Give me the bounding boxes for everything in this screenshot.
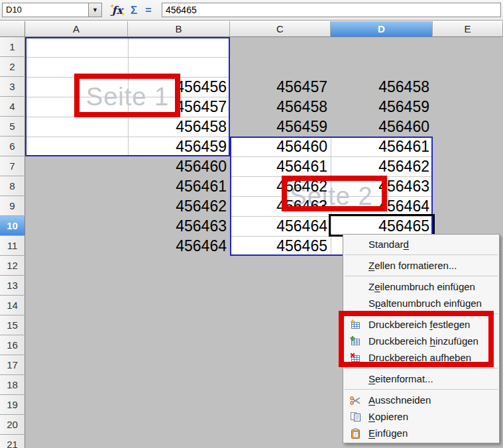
cell-C4[interactable]: 456458 [230, 97, 327, 117]
row-header-6[interactable]: 6 [0, 137, 25, 156]
cell-C7[interactable]: 456461 [230, 156, 327, 176]
menu-item-label: Zeilenumbruch einfügen [368, 281, 475, 292]
row-header-19[interactable]: 19 [0, 395, 25, 415]
row-header-9[interactable]: 9 [0, 196, 25, 216]
cell-C3[interactable]: 456457 [230, 77, 327, 97]
cell-D4[interactable]: 456459 [331, 97, 429, 117]
cell-B7[interactable]: 456460 [128, 156, 227, 176]
row-header-14[interactable]: 14 [0, 296, 25, 315]
annotation-red-box-seite-2 [282, 176, 387, 211]
cell-D6[interactable]: 456461 [331, 137, 429, 156]
row-header-5[interactable]: 5 [0, 117, 25, 137]
row-header-10[interactable]: 10 [0, 216, 25, 236]
column-header-B[interactable]: B [128, 21, 230, 37]
menu-item-label: Ausschneiden [368, 394, 431, 406]
cell-D3[interactable]: 456458 [331, 77, 429, 97]
row-headers: 123456789101112131415161718192021 [0, 37, 25, 448]
copy-icon [349, 411, 362, 423]
menu-item-label: Zellen formatieren... [368, 260, 457, 271]
menu-item-zellen-formatieren[interactable]: Zellen formatieren... [343, 257, 499, 274]
column-header-D[interactable]: D [331, 21, 433, 37]
selected-cell-border [329, 214, 435, 237]
menu-separator [345, 254, 498, 255]
menu-item-label: Standard [368, 239, 409, 250]
column-header-A[interactable]: A [25, 21, 128, 37]
row-header-4[interactable]: 4 [0, 97, 25, 117]
row-header-15[interactable]: 15 [0, 315, 25, 335]
menu-item-kopieren[interactable]: Kopieren [343, 408, 499, 425]
menu-separator [345, 389, 498, 390]
formula-input[interactable]: 456465 [162, 3, 501, 17]
menu-separator [345, 276, 498, 276]
sum-icon[interactable]: Σ [128, 3, 140, 17]
row-header-12[interactable]: 12 [0, 256, 25, 276]
cell-C11[interactable]: 456465 [230, 236, 327, 256]
menu-item-label: Spaltenumbruch einfügen [368, 298, 482, 309]
cell-B9[interactable]: 456462 [128, 196, 227, 216]
menu-item-spaltenumbruch-einfuegen[interactable]: Spaltenumbruch einfügen [343, 295, 499, 311]
calc-window: D10 ▼ ✦ ƒx ✦ Σ = 456465 ABCDE 1234567891… [0, 0, 503, 448]
cell-C6[interactable]: 456460 [230, 137, 327, 156]
column-header-C[interactable]: C [230, 21, 331, 37]
name-box-dropdown-button[interactable]: ▼ [88, 3, 102, 17]
row-header-16[interactable]: 16 [0, 335, 25, 355]
column-header-E[interactable]: E [433, 21, 503, 37]
cell-B11[interactable]: 456464 [128, 236, 227, 256]
menu-icon-placeholder [349, 373, 362, 385]
cell-D7[interactable]: 456462 [331, 156, 429, 176]
paste-icon [349, 427, 362, 439]
row-header-13[interactable]: 13 [0, 276, 25, 296]
name-box[interactable]: D10 [2, 3, 88, 17]
column-headers: ABCDE [25, 21, 503, 37]
row-header-2[interactable]: 2 [0, 57, 25, 77]
menu-item-standard[interactable]: Standard [343, 236, 499, 252]
equals-icon[interactable]: = [143, 3, 154, 17]
chevron-down-icon: ▼ [92, 7, 98, 13]
row-header-8[interactable]: 8 [0, 176, 25, 196]
menu-item-einfuegen[interactable]: Einfügen [343, 425, 499, 441]
row-header-21[interactable]: 21 [0, 435, 25, 448]
annotation-red-box-seite-1 [74, 74, 180, 117]
formula-bar: D10 ▼ ✦ ƒx ✦ Σ = 456465 [0, 0, 503, 21]
row-header-20[interactable]: 20 [0, 415, 25, 435]
menu-item-ausschneiden[interactable]: Ausschneiden [343, 392, 499, 408]
row-header-18[interactable]: 18 [0, 375, 25, 395]
cell-B10[interactable]: 456463 [128, 216, 227, 236]
cell-B6[interactable]: 456459 [128, 137, 227, 156]
menu-separator [345, 368, 498, 368]
row-header-7[interactable]: 7 [0, 156, 25, 176]
menu-item-zeilenumbruch-einfuegen[interactable]: Zeilenumbruch einfügen [343, 278, 499, 295]
annotation-red-box-print-range-items [339, 311, 494, 367]
cell-C10[interactable]: 456464 [230, 216, 327, 236]
function-wizard-icon[interactable]: ✦ ƒx ✦ [109, 3, 125, 17]
menu-item-seitenformat[interactable]: Seitenformat... [343, 370, 499, 387]
cell-C5[interactable]: 456459 [230, 117, 327, 137]
cell-B5[interactable]: 456458 [128, 117, 227, 137]
row-header-1[interactable]: 1 [0, 37, 25, 57]
row-header-11[interactable]: 11 [0, 236, 25, 256]
menu-item-label: Kopieren [368, 411, 408, 422]
select-all-corner[interactable] [0, 21, 25, 37]
menu-item-label: Seitenformat... [368, 373, 433, 384]
row-header-17[interactable]: 17 [0, 355, 25, 375]
cell-B8[interactable]: 456461 [128, 176, 227, 196]
menu-icon-placeholder [349, 281, 362, 293]
menu-icon-placeholder [349, 260, 362, 272]
cut-icon [349, 394, 362, 406]
menu-item-label: Einfügen [368, 427, 408, 439]
cell-D5[interactable]: 456460 [331, 117, 429, 137]
row-header-3[interactable]: 3 [0, 77, 25, 97]
menu-icon-placeholder [349, 298, 362, 309]
menu-icon-placeholder [349, 239, 362, 251]
